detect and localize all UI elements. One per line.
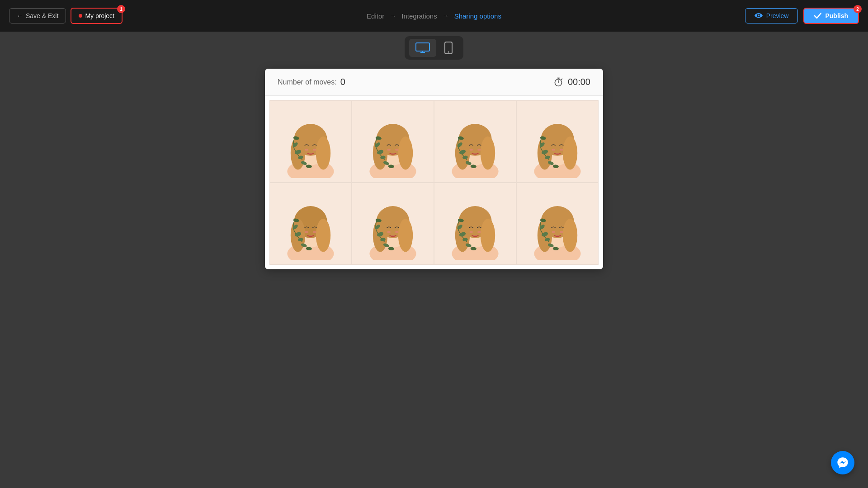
publish-button[interactable]: Publish 2 bbox=[803, 8, 859, 24]
svg-point-29 bbox=[398, 136, 413, 170]
preview-button[interactable]: Preview bbox=[745, 8, 798, 23]
save-exit-label: Save & Exit bbox=[26, 12, 58, 19]
preview-card: Number of moves: 0 00:00 bbox=[265, 69, 603, 269]
moves-count: 0 bbox=[340, 77, 345, 87]
svg-point-72 bbox=[305, 231, 308, 233]
nav-step-editor[interactable]: Editor bbox=[367, 12, 384, 20]
project-badge: 1 bbox=[117, 5, 125, 13]
svg-point-16 bbox=[305, 149, 308, 150]
puzzle-cell-5[interactable] bbox=[269, 183, 352, 265]
svg-point-57 bbox=[563, 136, 577, 170]
svg-rect-0 bbox=[416, 43, 429, 51]
device-toggle-group bbox=[405, 36, 463, 60]
messenger-button[interactable] bbox=[831, 451, 854, 474]
puzzle-grid bbox=[265, 96, 603, 269]
svg-point-113 bbox=[563, 219, 577, 252]
preview-label: Preview bbox=[766, 12, 789, 19]
publish-label: Publish bbox=[825, 12, 848, 19]
stopwatch-icon bbox=[553, 77, 563, 87]
eye-icon bbox=[755, 13, 763, 19]
svg-point-115 bbox=[560, 231, 563, 233]
timer-value: 00:00 bbox=[568, 77, 590, 87]
svg-point-71 bbox=[316, 219, 330, 252]
moves-bar: Number of moves: 0 00:00 bbox=[265, 69, 603, 96]
svg-point-15 bbox=[316, 136, 330, 170]
desktop-view-button[interactable] bbox=[409, 39, 436, 57]
publish-badge: 2 bbox=[854, 5, 862, 13]
chevron-left-icon: ← bbox=[17, 12, 23, 19]
svg-point-45 bbox=[477, 149, 481, 150]
svg-point-100 bbox=[469, 231, 472, 233]
unsaved-dot-icon bbox=[79, 14, 82, 18]
svg-point-58 bbox=[552, 149, 555, 150]
svg-point-99 bbox=[481, 219, 495, 252]
svg-line-9 bbox=[561, 79, 562, 80]
save-exit-button[interactable]: ← Save & Exit bbox=[9, 8, 66, 23]
puzzle-cell-1[interactable] bbox=[269, 100, 352, 183]
main-preview-area: Number of moves: 0 00:00 bbox=[0, 64, 868, 269]
topbar-center-nav: Editor → Integrations → Sharing options bbox=[367, 0, 501, 32]
puzzle-cell-4[interactable] bbox=[516, 100, 599, 183]
svg-point-101 bbox=[477, 231, 481, 233]
nav-arrow-2: → bbox=[443, 12, 449, 19]
nav-arrow-1: → bbox=[390, 12, 396, 19]
svg-point-31 bbox=[395, 149, 398, 150]
timer-area: 00:00 bbox=[553, 77, 590, 87]
mobile-icon bbox=[444, 42, 453, 54]
puzzle-cell-3[interactable] bbox=[434, 100, 516, 183]
moves-text-area: Number of moves: 0 bbox=[278, 77, 345, 87]
desktop-icon bbox=[415, 42, 430, 53]
svg-point-86 bbox=[387, 231, 390, 233]
topbar-left: ← Save & Exit My project 1 bbox=[9, 8, 123, 24]
moves-label: Number of moves: bbox=[278, 78, 337, 86]
messenger-icon bbox=[836, 456, 849, 469]
puzzle-cell-6[interactable] bbox=[352, 183, 434, 265]
nav-step-integrations[interactable]: Integrations bbox=[401, 12, 437, 20]
svg-point-30 bbox=[387, 149, 390, 150]
svg-point-85 bbox=[398, 219, 413, 252]
nav-step-sharing[interactable]: Sharing options bbox=[454, 12, 501, 20]
svg-point-87 bbox=[395, 231, 398, 233]
svg-point-17 bbox=[313, 149, 316, 150]
topbar-right: Preview Publish 2 bbox=[745, 8, 859, 24]
svg-point-44 bbox=[469, 149, 472, 150]
svg-point-114 bbox=[552, 231, 555, 233]
mobile-view-button[interactable] bbox=[438, 39, 459, 57]
project-name-label: My project bbox=[85, 12, 114, 19]
puzzle-cell-7[interactable] bbox=[434, 183, 516, 265]
puzzle-cell-8[interactable] bbox=[516, 183, 599, 265]
device-bar bbox=[0, 32, 868, 64]
svg-point-73 bbox=[313, 231, 316, 233]
svg-point-43 bbox=[481, 136, 495, 170]
project-name-button[interactable]: My project 1 bbox=[71, 8, 123, 24]
svg-point-4 bbox=[448, 52, 449, 53]
topbar: ← Save & Exit My project 1 Editor → Inte… bbox=[0, 0, 868, 32]
svg-point-59 bbox=[560, 149, 563, 150]
puzzle-cell-2[interactable] bbox=[352, 100, 434, 183]
checkmark-icon bbox=[814, 13, 821, 19]
